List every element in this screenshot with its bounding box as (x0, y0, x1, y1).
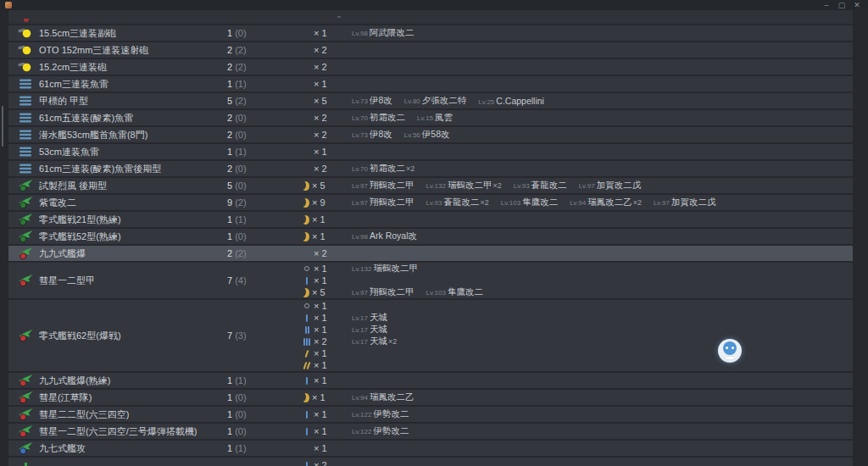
torpedo-icon (19, 95, 32, 107)
ship-level: Lv.80 (404, 97, 420, 105)
ship-multiplier: ×2 (480, 198, 488, 207)
equip-proficiency-line: × 1Lv.132瑞鶴改二甲 (302, 263, 853, 275)
quantity-label: × 2 (314, 130, 327, 140)
equip-lines: × 2Lv.70初霜改二Lv.15風雲 (302, 110, 853, 125)
gun-icon (18, 26, 33, 40)
equip-type-icon-cell (12, 424, 39, 439)
ship-name: 伊勢改二 (373, 425, 409, 437)
equip-lines: × 1Lv.98阿武隈改二 (302, 25, 853, 41)
equipment-name: 潜水艦53cm艦首魚雷(8門) (39, 129, 227, 141)
equipment-count: 5(0) (227, 180, 302, 191)
ship-name: 瑞鶴改二甲 (448, 180, 492, 191)
proficiency-circle-icon (302, 301, 312, 311)
equipment-row[interactable]: 彗星一二型(六三四空/三号爆弾搭載機)1(0)× 1Lv.122伊勢改二 (8, 424, 853, 439)
equipment-row[interactable]: 九七式艦攻1(1)× 1 (8, 441, 853, 456)
equipment-row[interactable]: × 2 (8, 458, 853, 466)
close-button[interactable]: ✕ (853, 0, 861, 10)
ship-entry: Lv.97翔鶴改二甲 (352, 197, 414, 208)
equipment-row[interactable]: 61cm三連装(酸素)魚雷後期型2(0)× 2Lv.70初霜改二×2 (8, 161, 853, 176)
equipment-name: 15.5cm三連装副砲 (39, 27, 227, 40)
maximize-button[interactable]: ▢ (837, 0, 846, 10)
equipment-name: 紫電改二 (39, 197, 227, 209)
floating-chat-bubble[interactable] (718, 339, 742, 363)
proficiency-spacer (302, 147, 312, 157)
green-plane-dive-bomber-icon (19, 391, 33, 404)
proficiency-gold-chevron-icon (302, 181, 310, 191)
clipped-text (337, 16, 341, 18)
equipment-row[interactable]: 零式艦戦52型(熟練)1(0)× 1Lv.98Ark Royal改 (8, 229, 853, 244)
ship-name: 隼鷹改二 (522, 197, 558, 208)
equipped-ships: Lv.17天城×2 (352, 336, 409, 347)
ship-entry: Lv.73伊8改 (352, 129, 392, 141)
equipment-name: 零式艦戦21型(熟練) (39, 214, 227, 226)
minimize-button[interactable]: – (822, 0, 831, 10)
proficiency-gold-chevron-icon (302, 198, 310, 208)
equipment-row[interactable]: 15.2cm三連装砲2(2)× 2 (8, 59, 853, 75)
equipment-row[interactable]: 試製烈風 後期型5(0)× 5Lv.97翔鶴改二甲Lv.132瑞鶴改二甲×2Lv… (8, 178, 853, 193)
quantity-label: × 1 (314, 275, 327, 286)
equipment-name: 零式艦戦52型(熟練) (39, 230, 227, 243)
equipment-row[interactable]: 61cm五連装(酸素)魚雷2(0)× 2Lv.70初霜改二Lv.15風雲 (8, 110, 853, 125)
equip-proficiency-line: × 2 (302, 458, 853, 466)
equipment-row[interactable] (8, 10, 853, 24)
equipment-row[interactable]: 甲標的 甲型5(2)× 5Lv.73伊8改Lv.80夕張改二特Lv.25C.Ca… (8, 93, 853, 108)
proficiency-blue-bar-icon (302, 460, 312, 466)
equipment-row[interactable]: 彗星一二型甲7(4)× 1Lv.132瑞鶴改二甲× 1× 5Lv.97翔鶴改二甲… (8, 263, 853, 298)
equip-lines: × 2 (302, 59, 853, 75)
ship-entry: Lv.97加賀改二戊 (654, 197, 715, 208)
equipment-row[interactable]: 彗星(江草隊)1(0)× 1Lv.94瑞鳳改二乙 (8, 390, 853, 405)
ship-name: C.Cappellini (496, 96, 544, 106)
equipment-row[interactable]: OTO 152mm三連装速射砲2(2)× 2 (8, 42, 853, 58)
green-plane-dive-bomber-icon (19, 374, 33, 387)
quantity-label: × 2 (314, 336, 327, 347)
equipment-count: 1(0) (227, 231, 302, 241)
ship-entry: Lv.17天城×2 (352, 336, 397, 347)
proficiency-blue-bar-icon (302, 313, 312, 323)
green-plane-fighter-icon (19, 179, 33, 192)
ship-name: Ark Royal改 (370, 230, 417, 242)
ship-name: 阿武隈改二 (370, 27, 415, 39)
equipment-row[interactable]: 零式艦戦21型(熟練)1(1)× 1 (8, 212, 853, 227)
equipment-row[interactable]: 彗星二二型(六三四空)1(0)× 1Lv.122伊勢改二 (8, 407, 853, 422)
equipment-row[interactable]: 九九式艦爆(熟練)1(1)× 1 (8, 373, 853, 388)
equipment-count: 1(0) (227, 392, 302, 402)
equipment-row[interactable]: 九九式艦爆2(2)× 2 (8, 246, 853, 261)
equipment-name: 15.2cm三連装砲 (39, 61, 227, 74)
equip-proficiency-line: × 2Lv.70初霜改二×2 (302, 161, 853, 176)
equipment-count: 1(1) (227, 214, 302, 225)
equipment-row[interactable]: 紫電改二9(2)× 9Lv.97翔鶴改二甲Lv.93蒼龍改二×2Lv.103隼鷹… (8, 195, 853, 210)
equipment-row[interactable]: 15.5cm三連装副砲1(0)× 1Lv.98阿武隈改二 (8, 25, 853, 41)
green-plane-dive-bomber-icon (19, 329, 33, 342)
equipment-name: 53cm連装魚雷 (39, 146, 227, 158)
equip-type-icon-cell (12, 144, 39, 159)
ship-level: Lv.93 (514, 182, 530, 190)
equip-proficiency-line: × 1 (302, 275, 853, 286)
equipped-ships: Lv.132瑞鶴改二甲 (352, 263, 430, 275)
ship-name: 天城 (370, 312, 387, 324)
equipment-row[interactable]: 53cm連装魚雷1(1)× 1 (8, 144, 853, 159)
equipment-row[interactable]: 潜水艦53cm艦首魚雷(8門)2(0)× 2Lv.73伊8改Lv.56伊58改 (8, 127, 853, 142)
ship-entry: Lv.15風雲 (417, 112, 453, 124)
equipment-count: 1(1) (227, 147, 302, 157)
ship-entry: Lv.98Ark Royal改 (352, 230, 417, 242)
ship-entry: Lv.103隼鷹改二 (426, 286, 482, 298)
equip-lines: × 5Lv.73伊8改Lv.80夕張改二特Lv.25C.Cappellini (302, 93, 853, 108)
equip-lines: × 1Lv.122伊勢改二 (302, 407, 853, 422)
equip-type-icon-cell (12, 76, 39, 92)
app-icon (5, 2, 12, 8)
ship-level: Lv.25 (478, 98, 494, 106)
equipment-row[interactable]: 61cm三連装魚雷1(1)× 1 (8, 76, 853, 92)
equip-proficiency-line: × 1Lv.94瑞鳳改二乙 (302, 390, 853, 405)
equipment-count: 1(1) (227, 443, 302, 453)
quantity-label: × 2 (314, 460, 327, 466)
equip-type-icon-cell (12, 212, 39, 227)
quantity-label: × 1 (314, 348, 327, 358)
quantity-label: × 2 (314, 113, 327, 123)
equip-type-icon-cell (12, 458, 39, 466)
ship-name: 夕張改二特 (422, 95, 467, 107)
ship-level: Lv.98 (352, 233, 368, 241)
equip-proficiency-line: × 1Lv.98Ark Royal改 (302, 229, 853, 244)
scrollbar-thumb[interactable] (2, 106, 3, 147)
ship-level: Lv.56 (404, 131, 420, 139)
ship-level: Lv.97 (352, 182, 368, 190)
